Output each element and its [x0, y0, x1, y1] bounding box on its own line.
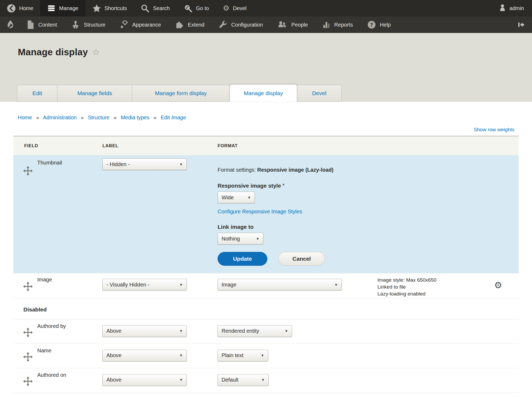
format-select[interactable]: Image ▼: [218, 279, 342, 290]
tab-label: Manage display: [244, 90, 283, 96]
puzzle-icon: [175, 20, 184, 29]
label-select-value: Above: [106, 328, 122, 334]
toolbar-item-label: Reports: [334, 22, 353, 28]
label-select[interactable]: Above ▼: [102, 350, 187, 361]
cancel-button[interactable]: Cancel: [278, 252, 325, 266]
format-settings-summary: Format settings: Responsive image (Lazy-…: [218, 167, 519, 173]
drag-handle-icon[interactable]: [23, 281, 33, 292]
breadcrumb-link-administration[interactable]: Administration: [43, 115, 77, 120]
drag-handle-icon[interactable]: [23, 166, 33, 176]
format-select-value: Default: [222, 377, 238, 383]
favorite-star-icon[interactable]: ☆: [92, 48, 100, 56]
tab-manage-form-display[interactable]: Manage form display: [132, 85, 230, 102]
label-select[interactable]: - Hidden - ▼: [102, 158, 187, 170]
toolbar-item-manage[interactable]: Manage: [40, 0, 85, 16]
toolbar-item-people[interactable]: People: [270, 20, 315, 29]
top-toolbar: Home Manage Shortcuts Search Go to ⚙ Dev…: [0, 0, 532, 16]
chevron-down-icon: ▼: [179, 329, 183, 333]
manage-display-table: FIELD LABEL FORMAT Thumbnail - Hidden - …: [13, 136, 519, 393]
responsive-image-style-value: Wide: [222, 195, 234, 201]
bar-chart-icon: [322, 20, 330, 29]
back-circle-icon: [7, 4, 16, 13]
responsive-image-style-label: Responsive image style*: [218, 183, 519, 189]
structure-icon: [71, 20, 80, 29]
summary-line: Linked to file: [377, 284, 437, 290]
breadcrumb-current-emphasis: Image: [171, 115, 186, 120]
toolbar-item-shortcuts[interactable]: Shortcuts: [85, 0, 134, 16]
admin-toolbar: Content Structure Appearance Extend Conf…: [0, 16, 532, 33]
summary-line: Lazy-loading enabled: [377, 290, 437, 297]
toolbar-item-label: Devel: [233, 5, 247, 11]
tab-manage-fields[interactable]: Manage fields: [57, 85, 132, 102]
table-row-authored-by: Authored by Above ▼ Rendered entity ▼: [13, 319, 519, 344]
breadcrumb: Home » Administration » Structure » Medi…: [18, 115, 532, 121]
toolbar-user-menu[interactable]: admin: [491, 0, 532, 16]
toolbar-item-label: Extend: [188, 22, 204, 28]
breadcrumb-link-home[interactable]: Home: [18, 115, 32, 120]
toolbar-item-structure[interactable]: Structure: [64, 20, 113, 29]
breadcrumb-current[interactable]: Edit Image: [161, 115, 186, 120]
collapse-left-icon[interactable]: [516, 20, 525, 29]
tab-label: Manage form display: [155, 90, 207, 96]
toolbar-item-content[interactable]: Content: [20, 20, 64, 29]
format-select[interactable]: Plain text ▼: [218, 350, 268, 361]
toolbar-item-search[interactable]: Search: [134, 0, 177, 16]
table-row-thumbnail: Thumbnail - Hidden - ▼ Format settings: …: [13, 155, 519, 273]
show-row-weights-link[interactable]: Show row weights: [474, 127, 514, 132]
label-select[interactable]: Above ▼: [102, 325, 187, 337]
tab-devel[interactable]: Devel: [297, 85, 342, 102]
toolbar-item-home[interactable]: Home: [0, 0, 40, 16]
format-select-value: Image: [222, 282, 236, 288]
chevron-down-icon: ▼: [334, 283, 338, 287]
drag-handle-icon[interactable]: [23, 376, 33, 386]
breadcrumb-link-media-types[interactable]: Media types: [121, 115, 149, 120]
toolbar-item-label: Go to: [196, 5, 209, 11]
required-mark: *: [282, 183, 284, 188]
breadcrumb-separator: »: [153, 115, 156, 120]
toolbar-item-configuration[interactable]: Configuration: [211, 20, 270, 29]
chevron-down-icon: ▼: [179, 353, 183, 357]
document-icon: [27, 20, 34, 29]
breadcrumb-separator: »: [81, 115, 84, 120]
toolbar-item-extend[interactable]: Extend: [168, 20, 211, 29]
person-icon: [498, 4, 506, 13]
toolbar-item-help[interactable]: ? Help: [360, 20, 398, 29]
drag-handle-icon[interactable]: [23, 352, 33, 362]
responsive-image-style-select[interactable]: Wide ▼: [218, 192, 255, 203]
breadcrumb-link-structure[interactable]: Structure: [88, 115, 109, 120]
label-select[interactable]: - Visually Hidden - ▼: [102, 279, 187, 290]
page-title: Manage display: [18, 47, 88, 57]
field-name: Authored by: [37, 323, 66, 329]
link-image-to-select[interactable]: Nothing ▼: [218, 233, 263, 244]
toolbar-item-devel[interactable]: ⚙ Devel: [216, 0, 253, 16]
format-select[interactable]: Rendered entity ▼: [218, 325, 292, 337]
column-header-format: FORMAT: [218, 143, 519, 149]
toolbar-item-label: Home: [19, 5, 33, 11]
toolbar-item-label: Help: [380, 22, 391, 28]
toolbar-item-label: Configuration: [231, 22, 263, 28]
format-select[interactable]: Default ▼: [218, 374, 269, 386]
tab-manage-display[interactable]: Manage display: [230, 84, 297, 102]
column-header-field: FIELD: [13, 143, 102, 149]
breadcrumb-separator: »: [114, 115, 117, 120]
toolbar-item-label: People: [291, 22, 308, 28]
tab-edit[interactable]: Edit: [17, 85, 57, 102]
toolbar-item-reports[interactable]: Reports: [315, 20, 360, 29]
table-row-image: Image - Visually Hidden - ▼ Image ▼ Imag…: [13, 273, 519, 298]
toolbar-item-goto[interactable]: Go to: [177, 0, 216, 16]
drag-handle-icon[interactable]: [23, 327, 33, 337]
toolbar-item-appearance[interactable]: Appearance: [113, 20, 168, 29]
update-button[interactable]: Update: [218, 252, 267, 266]
toolbar-item-label: Appearance: [132, 22, 161, 28]
toolbar-item-label: Content: [38, 22, 57, 28]
label-select-value: Above: [106, 352, 122, 358]
configure-responsive-image-styles-link[interactable]: Configure Responsive Image Styles: [218, 209, 519, 215]
tab-label: Manage fields: [77, 90, 112, 96]
label-select[interactable]: Above ▼: [102, 374, 187, 386]
breadcrumb-separator: »: [36, 115, 39, 120]
format-settings-gear-icon[interactable]: ⚙: [493, 280, 504, 290]
chevron-down-icon: ▼: [261, 353, 264, 357]
toolbar-item-drupal-home[interactable]: [0, 20, 20, 29]
link-image-to-label: Link image to: [218, 224, 519, 230]
wrench-icon: [219, 20, 227, 29]
